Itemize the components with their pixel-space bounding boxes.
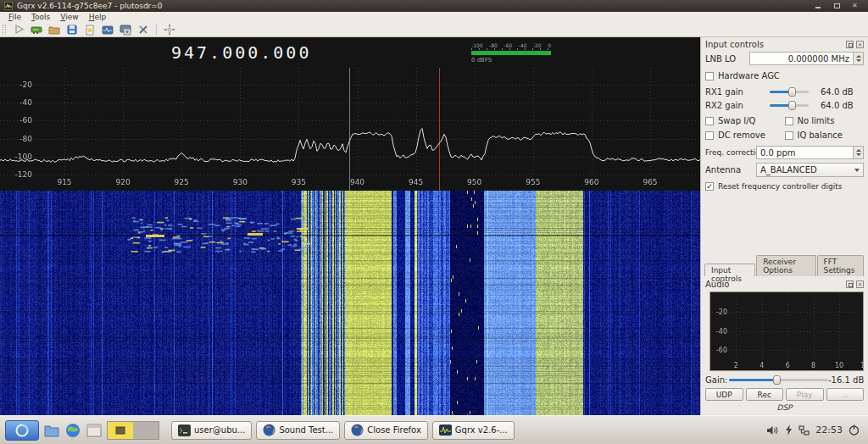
fullscreen-icon[interactable] [163,23,176,36]
maximize-icon[interactable] [833,3,840,9]
menu-view[interactable]: View [55,13,83,21]
iq-balance-checkbox[interactable] [785,131,793,140]
rx2-gain-slider[interactable] [770,100,809,110]
more-button[interactable]: ... [826,388,865,401]
start-dsp-icon[interactable] [12,23,25,36]
gqrx-app-icon [4,2,13,10]
terminal-icon [178,425,191,436]
dc-remove-label: DC remove [718,130,765,140]
show-desktop-icon[interactable] [86,422,103,439]
hardware-agc-checkbox[interactable] [705,72,714,80]
tools-icon[interactable] [136,23,150,36]
window-titlebar[interactable]: Gqrx v2.6-114-g75c8ee7 - plutosdr=0 ✕ [0,0,868,12]
bookmark-icon[interactable] [83,23,97,36]
lnb-lo-input[interactable]: 0.000000 MHz [749,52,854,65]
tab-fft-settings[interactable]: FFT Settings [817,255,864,276]
iq-balance-label: IQ balance [798,130,843,140]
lnb-lo-label: LNB LO [705,54,749,64]
network-icon[interactable] [798,425,810,436]
dock-float-icon[interactable] [846,280,854,288]
dock-tabbar: Input controls Receiver Options FFT Sett… [704,263,865,276]
chevron-down-icon [854,169,860,172]
tab-receiver-options[interactable]: Receiver Options [756,255,815,276]
signal-meter: -100-80-60-40-200 0 dBFS [471,42,551,64]
taskbar-window-gqrx[interactable]: Gqrx v2.6-... [432,421,515,440]
power-manager-icon[interactable] [785,425,793,436]
rec-button[interactable]: Rec [746,388,784,401]
tab-input-controls[interactable]: Input controls [704,264,755,276]
close-icon[interactable]: ✕ [852,3,859,9]
toolbar-separator [156,25,157,35]
antenna-label: Antenna [705,165,756,175]
udp-button[interactable]: UDP [705,388,743,401]
workspace-2[interactable] [133,422,159,439]
rx2-gain-label: RX2 gain [705,101,770,110]
freq-correction-label: Freq. correction [705,148,756,157]
play-button[interactable]: Play [786,388,824,401]
menu-help[interactable]: Help [84,13,112,21]
rx1-gain-value: 64.0 dB [821,87,854,97]
plotter-area: 947.000.000 -100-80-60-40-200 0 dBFS [0,37,700,415]
meter-scale [471,48,551,50]
no-limits-checkbox[interactable] [785,117,793,125]
input-controls-dock-header: Input controls ✕ [705,39,864,50]
firefox-icon [263,424,275,436]
taskbar-window-close-firefox[interactable]: Close Firefox [344,421,428,440]
menu-tools[interactable]: Tools [26,13,55,21]
swap-iq-label: Swap I/Q [718,116,755,125]
swap-iq-checkbox[interactable] [705,117,714,125]
toolbar [0,22,868,37]
antenna-select[interactable]: A_BALANCED [756,163,864,177]
audio-spectrum-plot[interactable] [709,291,864,371]
input-controls-title: Input controls [705,40,764,49]
system-tray: 22:53 [766,425,863,436]
rx1-gain-slider[interactable] [770,86,809,97]
file-manager-icon[interactable] [43,422,60,439]
menubar: File Tools View Help [0,12,868,22]
app-menu-button[interactable] [5,420,39,441]
audio-dock-header: Audio ✕ [705,279,864,290]
menu-file[interactable]: File [3,13,26,21]
no-limits-label: No limits [798,116,835,125]
frequency-display[interactable]: 947.000.000 [171,42,311,63]
lnb-lo-spinner[interactable] [854,52,864,65]
taskbar-window-terminal[interactable]: user@ubu... [171,421,252,440]
audio-title: Audio [705,280,729,289]
dock-float-icon[interactable] [846,41,854,48]
taskbar-window-sound-test[interactable]: Sound Test... [256,421,340,440]
dc-remove-checkbox[interactable] [705,131,714,140]
browser-globe-icon[interactable] [64,422,81,439]
rx1-gain-label: RX1 gain [705,87,770,97]
reset-digits-label: Reset frequency controller digits [718,182,842,191]
dsp-status-label: DSP [705,403,864,412]
toolbar-drag-handle[interactable] [3,25,6,35]
dsp-display-icon[interactable] [101,23,114,36]
dock-close-icon[interactable]: ✕ [856,41,864,48]
save-icon[interactable] [65,23,79,36]
dock-close-icon[interactable]: ✕ [856,280,864,288]
taskbar: user@ubu... Sound Test... Close Firefox … [0,415,868,444]
waterfall-plot[interactable] [0,191,700,415]
workspace-switcher[interactable] [107,421,159,440]
minimize-icon[interactable] [815,3,821,9]
meter-label: 0 dBFS [471,57,551,64]
freq-correction-spinner[interactable] [854,146,864,159]
open-icon[interactable] [47,23,61,36]
main-area: 947.000.000 -100-80-60-40-200 0 dBFS Inp… [0,37,868,415]
io-config-icon[interactable] [30,23,43,36]
window-title: Gqrx v2.6-114-g75c8ee7 - plutosdr=0 [17,2,163,10]
workspace-1[interactable] [108,422,133,439]
freq-correction-input[interactable]: 0.0 ppm [756,146,854,159]
audio-gain-slider[interactable] [729,375,828,385]
reset-digits-checkbox[interactable] [705,182,714,191]
spectrum-plot[interactable] [0,68,700,191]
volume-icon[interactable] [766,425,779,436]
audio-gain-label: Gain: [705,375,729,385]
meter-bar [471,51,551,55]
hardware-agc-label: Hardware AGC [718,71,780,80]
gqrx-window: Gqrx v2.6-114-g75c8ee7 - plutosdr=0 ✕ Fi… [0,0,868,444]
screenshot-icon[interactable] [119,23,132,36]
power-icon[interactable] [849,425,860,436]
clock: 22:53 [815,425,843,436]
gqrx-icon [439,425,452,436]
